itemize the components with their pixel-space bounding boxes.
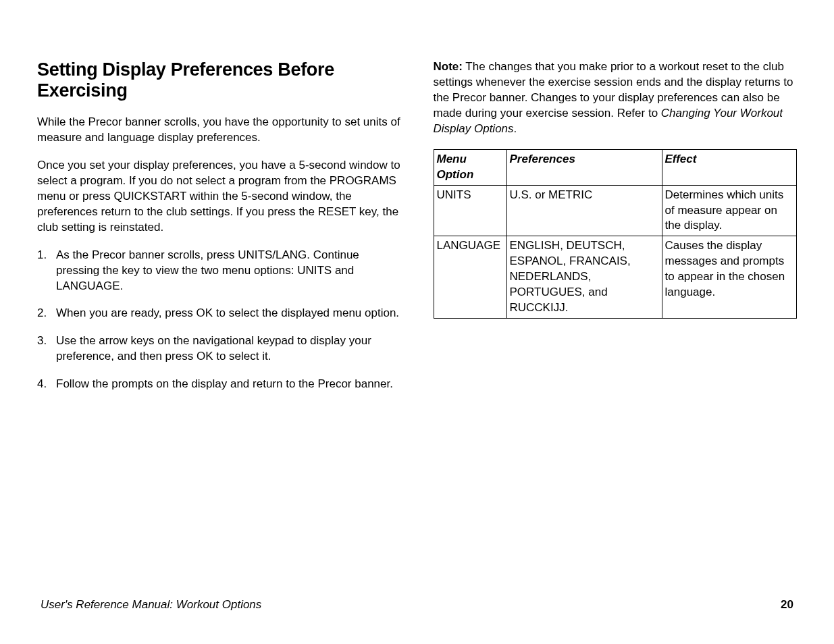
right-column: Note: The changes that you make prior to…	[434, 59, 798, 404]
steps-list: As the Precor banner scrolls, press UNIT…	[37, 248, 401, 393]
table-header: Effect	[662, 149, 797, 185]
intro-paragraph-1: While the Precor banner scrolls, you hav…	[37, 115, 401, 146]
section-heading: Setting Display Preferences Before Exerc…	[37, 59, 401, 101]
footer-title: User's Reference Manual: Workout Options	[41, 598, 261, 612]
note-paragraph: Note: The changes that you make prior to…	[434, 59, 798, 137]
step-item: Use the arrow keys on the navigational k…	[37, 333, 401, 365]
table-row: UNITS U.S. or METRIC Determines which un…	[434, 185, 797, 236]
left-column: Setting Display Preferences Before Exerc…	[37, 59, 401, 404]
table-cell-menu: LANGUAGE	[434, 236, 506, 319]
note-label: Note:	[434, 60, 463, 73]
table-cell-effect: Determines which units of measure appear…	[662, 185, 797, 236]
table-header: Preferences	[506, 149, 662, 185]
note-period: .	[514, 122, 517, 135]
step-item: As the Precor banner scrolls, press UNIT…	[37, 248, 401, 294]
table-cell-pref: U.S. or METRIC	[506, 185, 662, 236]
table-header: Menu Option	[434, 149, 506, 185]
step-item: Follow the prompts on the display and re…	[37, 377, 401, 392]
table-cell-menu: UNITS	[434, 185, 506, 236]
table-header-row: Menu Option Preferences Effect	[434, 149, 797, 185]
step-item: When you are ready, press OK to select t…	[37, 306, 401, 321]
table-cell-effect: Causes the display messages and prompts …	[662, 236, 797, 319]
content-columns: Setting Display Preferences Before Exerc…	[37, 59, 797, 404]
page-number: 20	[781, 598, 793, 612]
intro-paragraph-2: Once you set your display preferences, y…	[37, 158, 401, 236]
table-row: LANGUAGE ENGLISH, DEUTSCH, ESPANOL, FRAN…	[434, 236, 797, 319]
preferences-table: Menu Option Preferences Effect UNITS U.S…	[434, 149, 798, 319]
table-cell-pref: ENGLISH, DEUTSCH, ESPANOL, FRANCAIS, NED…	[506, 236, 662, 319]
page-footer: User's Reference Manual: Workout Options…	[41, 598, 793, 612]
